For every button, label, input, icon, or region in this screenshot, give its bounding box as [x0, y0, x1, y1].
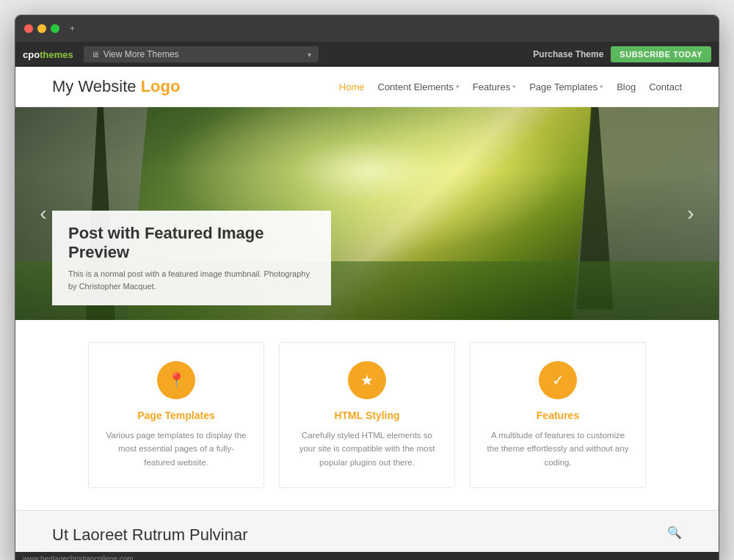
chevron-icon: ▾ [600, 83, 603, 90]
close-button[interactable] [24, 24, 33, 33]
hero-caption: Post with Featured Image Preview This is… [52, 211, 331, 305]
feature-title-features: Features [485, 410, 631, 421]
expand-icon[interactable]: + [70, 23, 75, 34]
nav-item-home[interactable]: Home [339, 81, 365, 92]
browser-window: + cpothemes 🖥 View More Themes ▾ Purchas… [15, 15, 719, 560]
bottom-title: Ut Laoreet Rutrum Pulvinar [52, 526, 248, 545]
browser-titlebar: + [15, 15, 719, 42]
status-bar-url: www.heritagechristiancollege.com [23, 555, 134, 560]
feature-card-features: ✓ Features A multitude of features to cu… [470, 342, 646, 488]
features-section: 📍 Page Templates Various page templates … [15, 320, 719, 510]
url-bar[interactable]: 🖥 View More Themes ▾ [84, 46, 319, 62]
toolbar-right: Purchase Theme SUBSCRIBE TODAY [533, 46, 711, 62]
traffic-lights [24, 24, 59, 33]
hero-slider: ‹ › Post with Featured Image Preview Thi… [15, 107, 719, 320]
hero-caption-title: Post with Featured Image Preview [68, 224, 315, 262]
status-bar: www.heritagechristiancollege.com [15, 552, 719, 560]
hero-caption-text: This is a normal post with a featured im… [68, 268, 315, 292]
feature-desc-html-styling: Carefully styled HTML elements so your s… [294, 429, 440, 469]
feature-desc-page-templates: Various page templates to display the mo… [103, 429, 249, 469]
purchase-theme-button[interactable]: Purchase Theme [533, 49, 603, 59]
nav-item-blog[interactable]: Blog [617, 81, 636, 92]
maximize-button[interactable] [51, 24, 59, 33]
subscribe-today-button[interactable]: SUBSCRIBE TODAY [611, 46, 711, 62]
monitor-icon: 🖥 [91, 50, 99, 59]
logo-text: My Website [52, 77, 141, 95]
site-header: My Website Logo Home Content Elements ▾ … [15, 67, 719, 107]
brand-suffix: themes [40, 49, 73, 60]
features-icon: ✓ [539, 361, 577, 399]
feature-title-page-templates: Page Templates [103, 410, 249, 421]
brand-logo: cpothemes [23, 49, 73, 60]
feature-title-html-styling: HTML Styling [294, 410, 440, 421]
feature-desc-features: A multitude of features to customize the… [485, 429, 631, 469]
nav-item-page-templates[interactable]: Page Templates ▾ [529, 81, 603, 92]
html-styling-icon: ★ [348, 361, 386, 399]
bottom-section: Ut Laoreet Rutrum Pulvinar 🔍 [15, 510, 719, 552]
feature-card-page-templates: 📍 Page Templates Various page templates … [88, 342, 264, 488]
nav-item-contact[interactable]: Contact [649, 81, 682, 92]
website-content: My Website Logo Home Content Elements ▾ … [15, 67, 719, 560]
url-text: View More Themes [103, 49, 303, 59]
site-logo: My Website Logo [52, 77, 180, 96]
slider-next-button[interactable]: › [675, 197, 707, 230]
chevron-icon: ▾ [456, 83, 459, 90]
browser-toolbar: cpothemes 🖥 View More Themes ▾ Purchase … [15, 42, 719, 67]
minimize-button[interactable] [37, 24, 46, 33]
nav-item-content-elements[interactable]: Content Elements ▾ [378, 81, 459, 92]
feature-card-html-styling: ★ HTML Styling Carefully styled HTML ele… [279, 342, 455, 488]
nav-item-features[interactable]: Features ▾ [473, 81, 516, 92]
chevron-down-icon: ▾ [308, 51, 311, 59]
chevron-icon: ▾ [512, 83, 516, 90]
logo-accent: Logo [141, 77, 181, 95]
site-nav: Home Content Elements ▾ Features ▾ Page … [339, 81, 682, 92]
page-templates-icon: 📍 [157, 361, 195, 399]
brand-prefix: cpo [23, 49, 40, 60]
search-icon[interactable]: 🔍 [667, 526, 682, 539]
